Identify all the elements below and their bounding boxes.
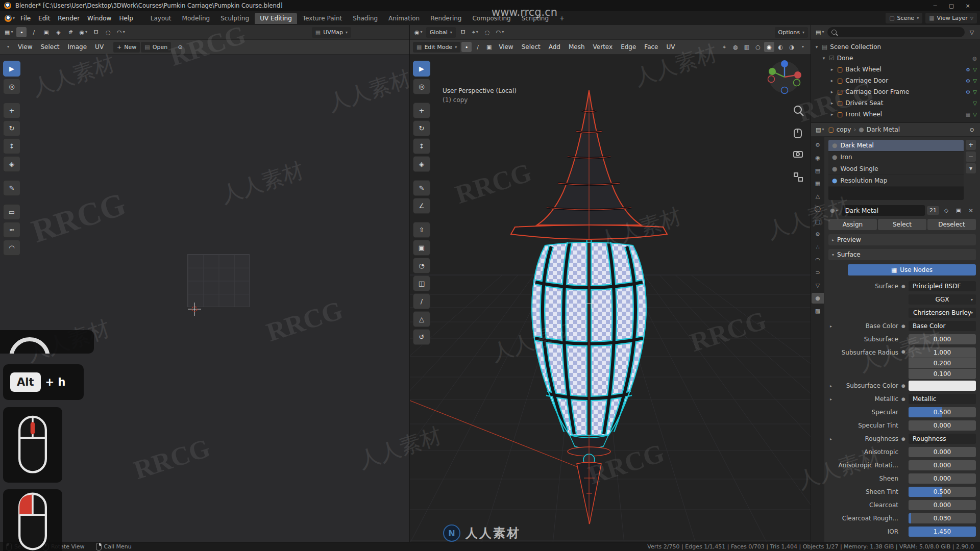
- gizmo-toggle-button[interactable]: ⌖: [719, 42, 729, 52]
- poly-build-tool[interactable]: △: [413, 311, 430, 327]
- editor-type-button[interactable]: ▦▾: [3, 27, 14, 37]
- outliner-display-mode-button[interactable]: ▤▾: [814, 27, 825, 37]
- deselect-button[interactable]: Deselect: [927, 219, 976, 230]
- outliner-filter-button[interactable]: ▽: [967, 27, 977, 37]
- extrude-tool[interactable]: ⇧: [413, 222, 430, 238]
- tab-shading[interactable]: Shading: [348, 13, 383, 24]
- v3d-menu-select[interactable]: Select: [518, 42, 544, 52]
- mesh-data-icon[interactable]: ▽: [973, 112, 977, 117]
- knife-tool[interactable]: /: [413, 293, 430, 309]
- outliner-row-carriage-door[interactable]: ▸ ▢ Carriage Door ⚙▽: [812, 75, 979, 86]
- tab-world[interactable]: ◯: [812, 204, 824, 214]
- options-dropdown[interactable]: Options▾: [775, 27, 808, 38]
- v3d-mode-icon-button[interactable]: ◉▾: [413, 27, 424, 37]
- ior-slider[interactable]: 1.450: [909, 527, 976, 537]
- measure-tool[interactable]: ∠: [413, 198, 430, 214]
- anisotropic-slider[interactable]: 0.000: [909, 447, 976, 457]
- uv-menu-view[interactable]: View: [14, 42, 36, 52]
- minimize-button[interactable]: ─: [927, 0, 943, 11]
- uv-menu-select[interactable]: Select: [37, 42, 63, 52]
- uv-select-box-tool[interactable]: ▶: [3, 61, 20, 77]
- shading-material-button[interactable]: ◐: [775, 42, 786, 52]
- uv-menu-uv[interactable]: UV: [91, 42, 107, 52]
- expand-icon[interactable]: ▸: [828, 324, 834, 329]
- material-slot-resolution-map[interactable]: ●Resolution Map: [828, 175, 964, 187]
- edge-mode-button[interactable]: /: [473, 42, 483, 52]
- fake-user-button[interactable]: ◇: [941, 206, 951, 216]
- bevel-tool[interactable]: ◔: [413, 258, 430, 273]
- spin-tool[interactable]: ↺: [413, 329, 430, 345]
- new-material-button[interactable]: ▣: [953, 206, 964, 216]
- uv-vertex-select-button[interactable]: ∙: [16, 27, 27, 37]
- pin-button[interactable]: ⊙: [175, 42, 185, 52]
- rotate-tool[interactable]: ↻: [413, 120, 430, 136]
- expand-icon[interactable]: ▸: [829, 101, 835, 106]
- move-tool[interactable]: +: [413, 103, 430, 118]
- base-color-field[interactable]: Base Color: [909, 321, 976, 331]
- uv-rotate-tool[interactable]: ↻: [3, 120, 20, 136]
- overlays-toggle-button[interactable]: ◍: [730, 42, 741, 52]
- breadcrumb-material[interactable]: Dark Metal: [867, 126, 900, 133]
- material-slot-iron[interactable]: ●Iron: [828, 152, 964, 163]
- sheen-tint-slider[interactable]: 0.500: [909, 487, 976, 497]
- xray-toggle-button[interactable]: ▥: [742, 42, 752, 52]
- modifier-icon[interactable]: ⚙: [966, 78, 970, 84]
- distribution-dropdown[interactable]: GGX▾: [909, 294, 976, 305]
- uv-transform-tool[interactable]: ◈: [3, 156, 20, 172]
- view-layer-selector[interactable]: ▦View Layer▽: [925, 13, 977, 23]
- outliner-row-drivers-seat[interactable]: ▸ ▢ Drivers Seat ▽: [812, 97, 979, 109]
- tab-uv-editing[interactable]: UV Editing: [255, 13, 297, 24]
- anisotropic-rotation-slider[interactable]: 0.000: [909, 460, 976, 470]
- menu-edit[interactable]: Edit: [35, 14, 54, 23]
- outliner-row-back-wheel[interactable]: ▸ ▢ Back Wheel ⚙▽: [812, 64, 979, 75]
- surface-section-header[interactable]: ▾ Surface: [828, 249, 976, 260]
- unlink-material-button[interactable]: ×: [966, 206, 976, 216]
- annotate-tool[interactable]: ✎: [413, 180, 430, 196]
- proportional-edit-button[interactable]: ◌: [103, 27, 113, 37]
- menu-window[interactable]: Window: [84, 14, 115, 23]
- expand-icon[interactable]: ▸: [828, 437, 834, 441]
- mesh-data-icon[interactable]: ▽: [973, 89, 977, 95]
- shading-wireframe-button[interactable]: ○: [753, 42, 763, 52]
- specular-tint-slider[interactable]: 0.000: [909, 420, 976, 431]
- outliner-row-front-wheel[interactable]: ▸ ▢ Front Wheel ▦▽: [812, 109, 979, 120]
- subsurface-color-swatch[interactable]: [909, 381, 976, 391]
- clearcoat-roughness-slider[interactable]: 0.030: [909, 513, 976, 523]
- shading-rendered-button[interactable]: ◑: [787, 42, 797, 52]
- shading-solid-button[interactable]: ◉: [764, 42, 774, 52]
- outliner-row-scene-collection[interactable]: ▾ ▤ Scene Collection: [812, 41, 979, 53]
- specular-slider[interactable]: 0.500: [909, 407, 976, 417]
- tab-scene[interactable]: △: [812, 191, 824, 202]
- visibility-icon[interactable]: ◍: [972, 56, 977, 61]
- uv-cursor-tool[interactable]: ◎: [3, 79, 20, 94]
- uv-relax-tool[interactable]: ◠: [3, 240, 20, 256]
- uv-island-select-button[interactable]: ◈: [53, 27, 63, 37]
- modifier-icon[interactable]: ⚙: [966, 89, 970, 95]
- tab-render[interactable]: ◉: [812, 153, 824, 163]
- breadcrumb-object[interactable]: copy: [837, 126, 851, 133]
- users-count-badge[interactable]: 21: [927, 206, 939, 215]
- open-image-button[interactable]: ▤Open: [141, 42, 171, 53]
- loop-cut-tool[interactable]: ◫: [413, 276, 430, 291]
- remove-slot-button[interactable]: −: [966, 152, 976, 162]
- tab-texture[interactable]: ▩: [812, 306, 824, 316]
- scale-tool[interactable]: ↕: [413, 138, 430, 154]
- sticky-select-button[interactable]: #: [65, 27, 76, 37]
- mesh-data-icon[interactable]: ▽: [973, 78, 977, 84]
- material-slot-wood-single[interactable]: ●Wood Single: [828, 163, 964, 175]
- mesh-data-icon[interactable]: ▽: [973, 67, 977, 72]
- uv-edge-select-button[interactable]: /: [29, 27, 39, 37]
- material-slot-dark-metal[interactable]: ●Dark Metal: [828, 140, 964, 152]
- subsurface-radius-x[interactable]: 1.000: [909, 347, 976, 358]
- select-button[interactable]: Select: [878, 219, 926, 230]
- subsurface-radius-y[interactable]: 0.200: [909, 358, 976, 368]
- subsurface-method-dropdown[interactable]: Christensen-Burley▾: [909, 308, 976, 318]
- tab-physics[interactable]: ◠: [812, 255, 824, 265]
- new-image-button[interactable]: +New: [113, 42, 140, 53]
- expand-icon[interactable]: ▸: [829, 112, 835, 117]
- face-mode-button[interactable]: ▣: [484, 42, 494, 52]
- expand-icon[interactable]: ▸: [829, 78, 835, 83]
- scene-selector[interactable]: ▢Scene▾: [886, 13, 922, 23]
- tab-object-data[interactable]: ▽: [812, 280, 824, 291]
- surface-shader-field[interactable]: Principled BSDF: [909, 281, 976, 291]
